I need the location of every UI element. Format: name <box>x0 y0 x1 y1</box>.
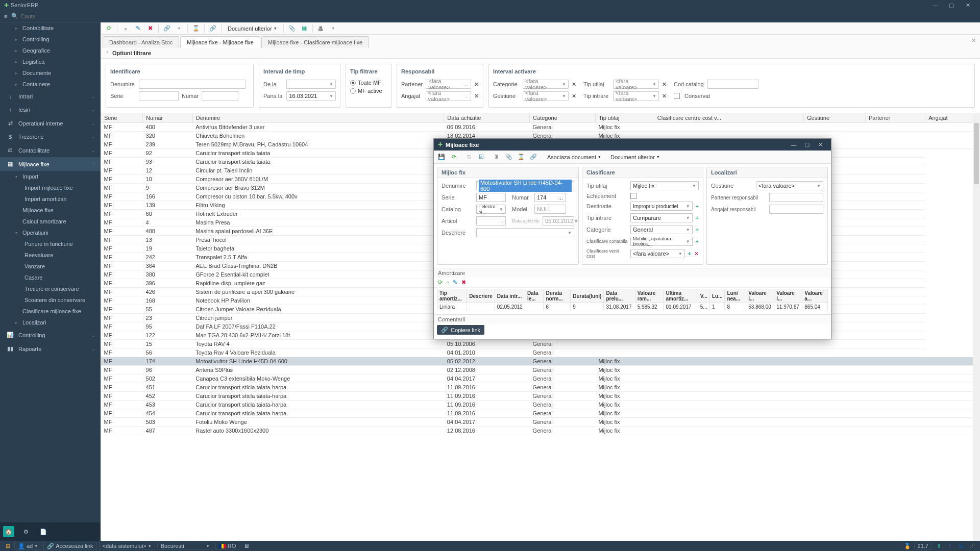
sidebar-item[interactable]: ▦Mijloace fixe⌃ <box>0 157 101 171</box>
dropdown-caret-icon[interactable]: ▼ <box>174 23 184 34</box>
status-share-icon[interactable]: ⬆ <box>934 543 943 549</box>
grid-header[interactable]: Data achizitie <box>444 113 530 123</box>
new-icon[interactable]: ▫ <box>120 23 131 34</box>
table-row[interactable]: MF503Fotoliu Moko Wenge04.04.2017General… <box>101 418 980 427</box>
sidebar-item[interactable]: ↓Intrari⌄ <box>0 90 101 103</box>
am-add-icon[interactable]: ⟳ <box>438 279 443 286</box>
sidebar-item[interactable]: ▸Geografice <box>0 45 101 56</box>
sidebar-item-operatiuni[interactable]: ▾Operatiuni <box>0 227 101 238</box>
tree-icon[interactable]: ♜ <box>492 153 501 162</box>
clvenit-clear-icon[interactable]: ✕ <box>694 251 699 257</box>
grid-header[interactable]: Serie <box>101 113 143 123</box>
sidebar-item[interactable]: ⇄Operatiuni interne⌄ <box>0 116 101 130</box>
grid-header[interactable]: Numar <box>143 113 193 123</box>
grid-header[interactable]: Categorie <box>530 113 596 123</box>
sidebar-item-controlling2[interactable]: 📊Controlling⌄ <box>0 328 101 342</box>
codcatalog-input[interactable] <box>707 80 758 89</box>
table-row[interactable]: MF56Toyota Rav 4 Valoare Reziduala04.01.… <box>101 348 980 357</box>
copiere-link-button[interactable]: 🔗Copiere link <box>437 325 484 335</box>
sidebar-item-rapoarte[interactable]: ▮▮Rapoarte⌄ <box>0 342 101 356</box>
sidebar-item[interactable]: Trecere in conservare <box>0 283 101 294</box>
sidebar-item[interactable]: Vanzare <box>0 261 101 272</box>
sidebar-item-import[interactable]: ▾Import <box>0 171 101 182</box>
status-award-icon[interactable]: 🏅 <box>903 543 912 549</box>
sidebar-item-mijloace-fixe[interactable]: Mijloace fixe <box>0 205 101 216</box>
settings-icon[interactable]: ⚙ <box>20 526 32 537</box>
conservat-checkbox[interactable] <box>674 93 680 99</box>
grid-scrollbar[interactable] <box>973 113 980 541</box>
echipament-checkbox[interactable] <box>630 193 636 199</box>
dialog-maximize-button[interactable]: ▢ <box>800 141 814 148</box>
link-icon[interactable]: 🔗 <box>162 23 172 34</box>
maximize-button[interactable]: ▢ <box>943 2 960 9</box>
table-row[interactable]: MF487Rastel auto 3300x1600x230012.08.201… <box>101 427 980 435</box>
check-icon[interactable]: ☑ <box>477 153 486 162</box>
table-row[interactable]: MF400Antivirus Bitdefender 3 user06.09.2… <box>101 123 980 132</box>
dialog-minimize-button[interactable]: — <box>787 142 800 148</box>
copy-icon[interactable]: ⧉ <box>464 153 474 162</box>
table-row[interactable]: MF452Carucior transport sticla taiata-ha… <box>101 392 980 400</box>
tab-close-icon[interactable]: ✕ <box>971 37 976 44</box>
search-input[interactable] <box>20 13 92 19</box>
cat-add-icon[interactable]: + <box>696 227 699 233</box>
am-delete-icon[interactable]: ✖ <box>461 279 466 286</box>
sidebar-item-clasificare[interactable]: Clasificare mijloace fixe <box>0 306 101 317</box>
modal-catalog-combo[interactable]: - electro si...▼ <box>476 205 506 214</box>
table-row[interactable]: Liniara02.05.20126931.08.20175.985,3201.… <box>437 303 828 311</box>
refresh-icon[interactable]: ⟳ <box>104 23 114 34</box>
filter-icon[interactable]: ⌛ <box>191 23 201 34</box>
status-date[interactable]: <data sistemului>▼ <box>99 542 155 550</box>
export-icon[interactable]: ▦ <box>299 23 309 34</box>
modal-dest-combo[interactable]: Impropriu productiei▼ <box>630 202 693 211</box>
sidebar-item[interactable]: ▸Containere <box>0 79 101 90</box>
modal-descriere-input[interactable]: ▼ <box>476 228 574 237</box>
status-lang[interactable]: RO <box>215 542 240 550</box>
sidebar-item[interactable]: ▸Contabilitate <box>0 22 101 34</box>
table-row[interactable]: MF96Antena S9Plus02.12.2008GeneralMijloc… <box>101 366 980 374</box>
am-new-icon[interactable]: ▫ <box>447 279 449 286</box>
sidebar-item[interactable]: Casare <box>0 272 101 283</box>
amortizare-grid[interactable]: Tip amortiz...DescriereData intr...Data … <box>437 289 828 311</box>
sidebar-item[interactable]: ▸Controlling <box>0 34 101 45</box>
doc-ulterior2-dropdown[interactable]: Document ulterior▼ <box>607 154 663 160</box>
modal-clcont-combo[interactable]: Mobilier, aparatura birotica,...▼ <box>630 237 693 246</box>
modal-numar-input[interactable]: 174… <box>534 193 566 202</box>
gestiune-combo[interactable]: <fara valoare>▼ <box>523 91 569 101</box>
am-edit-icon[interactable]: ✎ <box>453 279 457 286</box>
sidebar-item[interactable]: ▸Logistica <box>0 56 101 67</box>
modal-partresp-input[interactable] <box>769 193 823 202</box>
ti-clear-icon[interactable]: ✕ <box>662 93 667 99</box>
refresh2-icon[interactable]: ⟳ <box>449 153 458 162</box>
clvenit-add-icon[interactable]: + <box>688 251 691 257</box>
sidebar-item-localizari[interactable]: ▸Localizari <box>0 317 101 328</box>
tab-mijloace-fixe[interactable]: Mijloace fixe - Mijloace fixe <box>180 36 260 48</box>
tab-dashboard[interactable]: Dashboard - Analiza Stoc <box>103 36 179 48</box>
table-row[interactable]: MF454Carucior transport sticla taiata-ha… <box>101 409 980 418</box>
edit-icon[interactable]: ✎ <box>133 23 143 34</box>
dropdown2-caret-icon[interactable]: ▼ <box>328 23 338 34</box>
status-location[interactable]: Bucuresti▼ <box>157 542 213 550</box>
table-row[interactable]: MF502Canapea C3 extensibila Moko-Wenge04… <box>101 374 980 383</box>
grid-header[interactable]: Tip utilaj <box>595 113 654 123</box>
status-monitor-icon[interactable]: 🖥 <box>241 543 251 549</box>
angajat-clear-icon[interactable]: ✕ <box>474 93 479 99</box>
modal-tipintr-combo[interactable]: Cumparare▼ <box>630 213 693 222</box>
sidebar-item[interactable]: ▸Documente <box>0 67 101 79</box>
status-rss-icon[interactable]: ⋰ <box>968 543 977 549</box>
serie-input[interactable] <box>139 91 179 101</box>
sidebar-item[interactable]: Scoatere din conservare <box>0 294 101 306</box>
sidebar-item[interactable]: ↑Iesiri⌄ <box>0 103 101 116</box>
table-row[interactable]: MF174Motostivuitor SH Linde H45D-04-6000… <box>101 357 980 366</box>
dialog-close-button[interactable]: ✕ <box>814 141 827 148</box>
gest-clear-icon[interactable]: ✕ <box>572 93 576 99</box>
dest-add-icon[interactable]: + <box>696 203 699 209</box>
modal-tiputilaj-combo[interactable]: Mijloc fix▼ <box>630 181 699 190</box>
sidebar-collapse-button[interactable]: ≡ <box>4 13 7 19</box>
modal-articol-combo[interactable]: … <box>476 216 506 226</box>
partener-clear-icon[interactable]: ✕ <box>474 81 479 88</box>
tipintrare-combo[interactable]: <fara valoare>▼ <box>613 91 659 101</box>
tipintr-add-icon[interactable]: + <box>696 215 699 221</box>
status-in-icon[interactable]: in <box>957 543 966 549</box>
table-row[interactable]: MF15Toyota RAV 405.10.2006General <box>101 340 980 348</box>
report-icon[interactable]: 📄 <box>38 526 49 537</box>
